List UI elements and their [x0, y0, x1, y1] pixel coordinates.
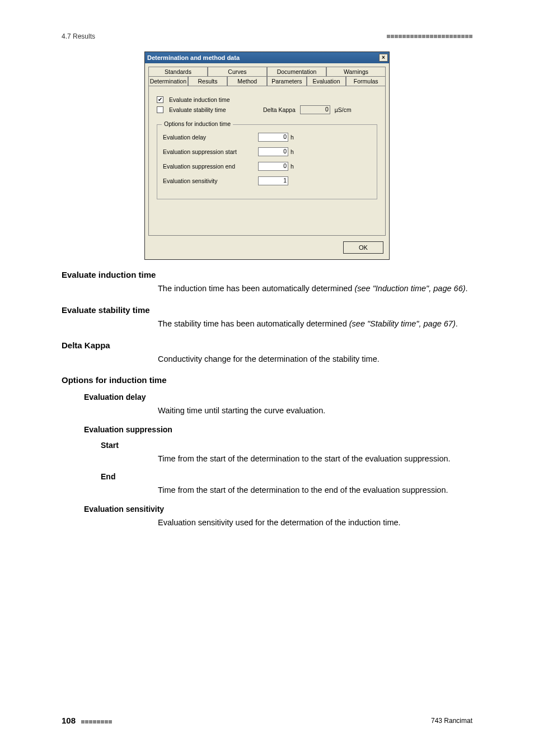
close-icon[interactable]: × — [379, 54, 388, 62]
tab-method[interactable]: Method — [227, 76, 267, 86]
heading-evaluation-delay: Evaluation delay — [84, 393, 472, 402]
para-start: Time from the start of the determination… — [158, 453, 472, 465]
doc-name: 743 Rancimat — [431, 717, 472, 725]
input-evaluation-suppression-start[interactable]: 0 — [258, 147, 288, 156]
tab-panel-evaluation: ✔ Evaluate induction time Evaluate stabi… — [148, 86, 386, 236]
para-evaluate-induction-time: The induction time has been automaticall… — [158, 283, 472, 295]
input-evaluation-delay[interactable]: 0 — [258, 133, 288, 142]
checkbox-evaluate-stability-time[interactable] — [157, 106, 163, 113]
label-evaluation-suppression-start: Evaluation suppression start — [163, 148, 258, 155]
tab-evaluation[interactable]: Evaluation — [307, 76, 346, 86]
heading-evaluation-sensitivity: Evaluation sensitivity — [84, 505, 472, 514]
groupbox-options-induction-time: Options for induction time Evaluation de… — [157, 124, 377, 199]
ok-button[interactable]: OK — [343, 241, 383, 254]
para-end: Time from the start of the determination… — [158, 484, 472, 497]
label-delta-kappa: Delta Kappa — [263, 106, 296, 113]
unit-suppression-end: h — [291, 163, 294, 170]
heading-evaluate-stability-time: Evaluate stability time — [62, 305, 472, 315]
unit-evaluation-delay: h — [291, 134, 294, 141]
tab-parameters[interactable]: Parameters — [267, 76, 307, 86]
groupbox-legend: Options for induction time — [162, 120, 233, 127]
section-path: 4.7 Results — [62, 32, 95, 40]
heading-delta-kappa: Delta Kappa — [62, 340, 472, 350]
unit-delta-kappa: µS/cm — [335, 106, 352, 113]
tab-standards[interactable]: Standards — [148, 67, 208, 76]
tab-determination[interactable]: Determination — [148, 76, 188, 86]
heading-start: Start — [101, 441, 472, 450]
label-evaluate-induction-time: Evaluate induction time — [169, 96, 230, 103]
tab-documentation[interactable]: Documentation — [267, 67, 326, 76]
heading-options-induction-time: Options for induction time — [62, 375, 472, 385]
tab-warnings[interactable]: Warnings — [326, 67, 386, 76]
unit-suppression-start: h — [291, 148, 294, 155]
dialog-determination-method-data: Determination and method data × Standard… — [144, 52, 390, 260]
input-evaluation-suppression-end[interactable]: 0 — [258, 162, 288, 171]
para-evaluation-sensitivity: Evaluation sensitivity used for the dete… — [158, 517, 472, 529]
decorative-blocks-footer — [81, 720, 112, 724]
input-evaluation-sensitivity[interactable]: 1 — [258, 176, 288, 185]
tab-curves[interactable]: Curves — [208, 67, 267, 76]
decorative-blocks-header — [387, 35, 472, 38]
dialog-titlebar: Determination and method data × — [145, 52, 389, 63]
dialog-title: Determination and method data — [147, 54, 240, 61]
para-evaluate-stability-time: The stability time has been automaticall… — [158, 318, 472, 330]
input-delta-kappa[interactable]: 0 — [300, 105, 330, 114]
label-evaluate-stability-time: Evaluate stability time — [169, 106, 226, 113]
heading-evaluate-induction-time: Evaluate induction time — [62, 270, 472, 279]
label-evaluation-delay: Evaluation delay — [163, 134, 258, 141]
checkbox-evaluate-induction-time[interactable]: ✔ — [157, 96, 163, 103]
heading-end: End — [101, 472, 472, 481]
page-number: 108 — [62, 716, 76, 725]
label-evaluation-sensitivity: Evaluation sensitivity — [163, 178, 258, 184]
tab-formulas[interactable]: Formulas — [346, 76, 386, 86]
para-delta-kappa: Conductivity change for the determinatio… — [158, 353, 472, 366]
heading-evaluation-suppression: Evaluation suppression — [84, 425, 472, 434]
para-evaluation-delay: Waiting time until starting the curve ev… — [158, 405, 472, 417]
label-evaluation-suppression-end: Evaluation suppression end — [163, 163, 258, 170]
page-number-block: 108 — [62, 716, 112, 725]
tab-results[interactable]: Results — [188, 76, 228, 86]
